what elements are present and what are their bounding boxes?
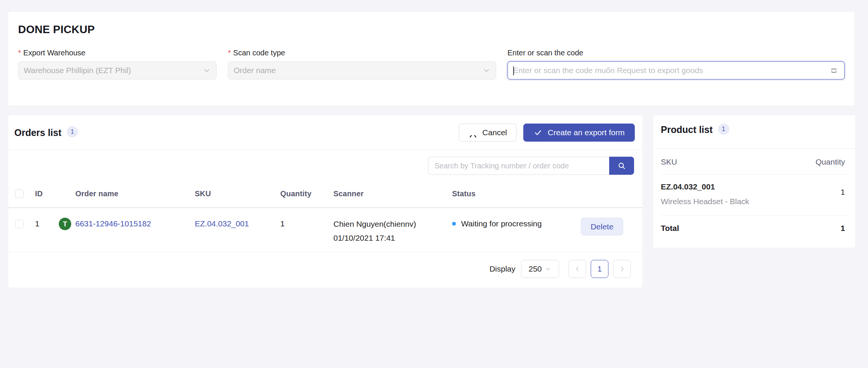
row-checkbox[interactable] (15, 220, 24, 228)
divider (661, 174, 848, 175)
status-dot-icon (452, 222, 456, 226)
page-title: DONE PICKUP (18, 23, 845, 35)
col-header-scanner: Scanner (333, 189, 364, 198)
carrier-avatar-icon: T (59, 218, 71, 230)
col-header-status: Status (452, 189, 475, 198)
scan-code-field: Enter or scan the code (507, 48, 845, 79)
orders-count-badge: 1 (67, 126, 78, 137)
scanner-name: Chien Nguyen(chiennv) (333, 217, 416, 231)
product-list-panel: Product list 1 SKU Quantity EZ.04.032_00… (653, 115, 855, 248)
create-export-form-button[interactable]: Create an export form (523, 124, 635, 142)
total-value: 1 (840, 224, 845, 233)
orders-title-wrap: Orders list 1 (14, 127, 78, 138)
chevron-down-icon (203, 66, 211, 75)
check-icon (533, 128, 542, 137)
orders-header: Orders list 1 Cancel Create an export fo… (14, 124, 635, 142)
select-all-checkbox[interactable] (15, 189, 24, 198)
total-label: Total (661, 224, 679, 233)
done-pickup-panel: DONE PICKUP *Export Warehouse Warehouse … (8, 12, 854, 106)
search-icon (617, 161, 627, 171)
form-row: *Export Warehouse Warehouse Phillipin (E… (18, 48, 845, 79)
order-name-link[interactable]: 6631-12946-1015182 (75, 219, 151, 228)
chevron-right-icon (618, 265, 626, 273)
product-list-title: Product list (661, 124, 713, 135)
pagination: Display 250 1 (489, 260, 631, 278)
scan-code-input-wrap (507, 61, 845, 79)
orders-list-panel: Orders list 1 Cancel Create an export fo… (8, 115, 642, 288)
cancel-button[interactable]: Cancel (459, 124, 516, 142)
col-header-id: ID (35, 189, 43, 198)
row-scanner: Chien Nguyen(chiennv) 01/10/2021 17:41 (333, 217, 416, 245)
page-size-value: 250 (529, 264, 542, 273)
col-header-order: Order name (75, 189, 118, 198)
status-label: Waiting for procressing (461, 219, 542, 228)
search-input[interactable] (428, 157, 609, 175)
scan-viewfinder-icon (829, 66, 839, 76)
row-divider (8, 252, 642, 252)
orders-search (428, 157, 634, 175)
orders-actions: Cancel Create an export form (459, 124, 635, 142)
scan-code-type-value: Order name (234, 66, 482, 75)
page-size-select[interactable]: 250 (521, 260, 559, 278)
col-header-sku: SKU (195, 189, 211, 198)
required-asterisk: * (18, 49, 21, 57)
create-button-label: Create an export form (548, 128, 625, 137)
export-warehouse-label: *Export Warehouse (18, 48, 217, 57)
scan-code-type-select[interactable]: Order name (228, 61, 496, 79)
scan-code-label: Enter or scan the code (507, 48, 845, 57)
row-quantity: 1 (280, 219, 285, 228)
current-page-button[interactable]: 1 (591, 260, 608, 278)
export-warehouse-select[interactable]: Warehouse Phillipin (EZT Phil) (18, 61, 217, 79)
divider (653, 148, 855, 149)
cancel-button-label: Cancel (482, 128, 507, 137)
product-name: Wireless Headset - Black (661, 197, 749, 206)
product-list-title-wrap: Product list 1 (661, 124, 729, 135)
table-header-divider (8, 208, 642, 208)
divider (8, 150, 642, 150)
row-status: Waiting for procressing (452, 219, 542, 228)
row-id: 1 (35, 219, 40, 228)
product-quantity: 1 (840, 188, 845, 197)
search-button[interactable] (609, 157, 634, 175)
scan-code-input[interactable] (513, 66, 829, 75)
delete-button[interactable]: Delete (581, 218, 623, 235)
divider (661, 215, 848, 216)
col-header-quantity: Quantity (280, 189, 312, 198)
prev-page-button[interactable] (568, 260, 586, 278)
display-label: Display (489, 264, 515, 273)
chevron-down-icon (482, 66, 491, 75)
reload-circle-icon (468, 128, 478, 137)
chevron-left-icon (574, 265, 581, 273)
product-col-sku: SKU (661, 157, 677, 166)
product-col-quantity: Quantity (816, 157, 845, 166)
next-page-button[interactable] (613, 260, 631, 278)
scanner-time: 01/10/2021 17:41 (333, 231, 416, 245)
orders-list-title: Orders list (14, 127, 61, 138)
product-count-badge: 1 (718, 124, 729, 135)
product-sku: EZ.04.032_001 (661, 182, 715, 191)
chevron-down-icon (545, 266, 552, 272)
sku-link[interactable]: EZ.04.032_001 (195, 219, 249, 228)
scan-code-type-label: *Scan code type (228, 48, 496, 57)
export-warehouse-field: *Export Warehouse Warehouse Phillipin (E… (18, 48, 217, 79)
required-asterisk: * (228, 49, 231, 57)
text-caret (513, 66, 514, 75)
export-warehouse-value: Warehouse Phillipin (EZT Phil) (24, 66, 203, 75)
scan-code-type-field: *Scan code type Order name (228, 48, 496, 79)
